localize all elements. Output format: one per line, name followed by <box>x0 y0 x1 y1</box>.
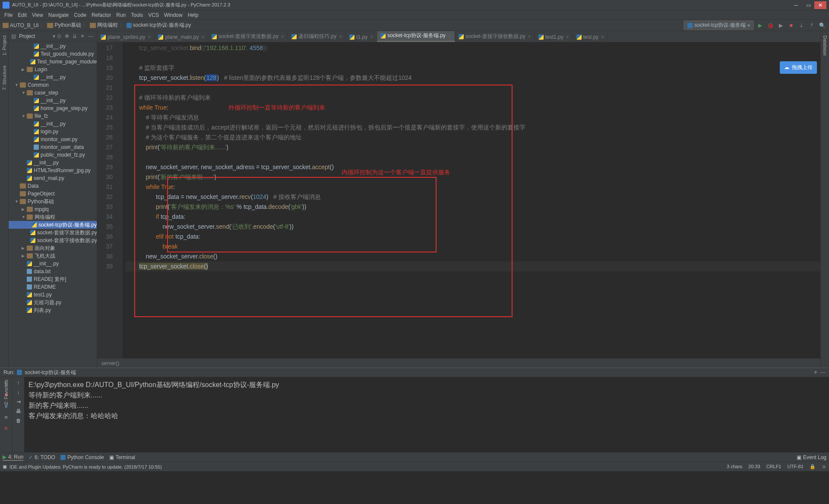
bc-folder[interactable]: Python基础 <box>47 22 81 29</box>
tree-file[interactable]: __init__.py <box>9 97 97 104</box>
close-button[interactable]: ✕ <box>814 1 826 9</box>
tree-file[interactable]: send_mail.py <box>9 174 97 182</box>
close-tab-icon[interactable]: × <box>601 34 604 40</box>
maximize-button[interactable]: ▭ <box>802 1 814 9</box>
tree-file[interactable]: monitor_user.py <box>9 135 97 143</box>
editor-tab[interactable]: 递归编程技巧.py× <box>288 31 346 42</box>
tree-folder[interactable]: ▶面向对象 <box>9 244 97 252</box>
tree-file[interactable]: test1.py <box>9 291 97 299</box>
menu-code[interactable]: Code <box>71 12 89 18</box>
tree-folder[interactable]: ▶飞机大战 <box>9 252 97 260</box>
project-tool-tab[interactable]: 1: Project <box>2 33 7 58</box>
hide-icon[interactable]: — <box>820 369 826 375</box>
menu-run[interactable]: Run <box>114 12 128 18</box>
menu-refactor[interactable]: Refactor <box>89 12 114 18</box>
bc-folder[interactable]: 网络编程 <box>90 22 118 29</box>
print-button[interactable]: 🖶 <box>16 408 21 414</box>
collapse-all-icon[interactable]: ⇊ <box>73 33 79 39</box>
tree-file[interactable]: Test_home_page_module.py <box>9 58 97 66</box>
tree-file[interactable]: __init__.py <box>9 260 97 268</box>
code-editor[interactable]: 1718192021222324252627282930313233343536… <box>97 42 829 358</box>
run-config-selector[interactable]: socket-tcp协议-服务端 ▾ <box>683 20 754 30</box>
structure-tool-tab[interactable]: 7: Structure <box>2 63 7 93</box>
tree-folder[interactable]: ▼case_step <box>9 89 97 97</box>
stop-button[interactable]: ■ <box>787 21 795 30</box>
search-button[interactable]: 🔍 <box>818 21 826 30</box>
clear-button[interactable]: 🗑 <box>16 418 21 424</box>
tree-file[interactable]: 元祖习题.py <box>9 299 97 306</box>
eventlog-tab[interactable]: ▣Event Log <box>797 454 826 460</box>
menu-file[interactable]: File <box>2 12 15 18</box>
exit-button[interactable]: ⤫ <box>2 413 10 421</box>
tree-folder[interactable]: ▶Login <box>9 66 97 73</box>
editor-tab[interactable]: socket-套接字发送数据.py× <box>208 31 288 42</box>
close-tab-icon[interactable]: × <box>281 34 284 40</box>
upload-badge[interactable]: ☁ 拖拽上传 <box>780 61 817 74</box>
tree-folder[interactable]: ▼Common <box>9 81 97 89</box>
menu-view[interactable]: View <box>29 12 46 18</box>
tree-file[interactable]: socket-套接字接收数据.py <box>9 236 97 244</box>
tree-folder[interactable]: Data <box>9 182 97 190</box>
tree-file[interactable]: home_page_step.py <box>9 104 97 112</box>
project-tree[interactable]: __init__.pyTest_goods_module.pyTest_home… <box>9 41 97 368</box>
tree-file[interactable]: data.txt <box>9 268 97 275</box>
close-tab-icon[interactable]: × <box>566 34 569 40</box>
tree-folder[interactable]: ▼Python基础 <box>9 198 97 205</box>
locate-icon[interactable]: ✥ <box>65 33 71 39</box>
run-button[interactable]: ▶ <box>756 21 764 30</box>
menu-edit[interactable]: Edit <box>15 12 29 18</box>
code-body[interactable]: tcp_server_socket.bind(('192.168.1.110',… <box>122 42 829 358</box>
coverage-button[interactable]: ▶ <box>776 21 785 30</box>
tree-folder[interactable]: ▼file_fz <box>9 112 97 120</box>
tree-file[interactable]: READE[ 复件] <box>9 275 97 283</box>
up-button[interactable]: ↑ <box>17 380 20 386</box>
terminal-tab[interactable]: ▣Terminal <box>109 454 135 460</box>
tree-file[interactable]: __init__.py <box>9 120 97 128</box>
hide-icon[interactable]: — <box>88 33 94 39</box>
debug-button[interactable]: 🐞 <box>766 21 775 30</box>
hector-icon[interactable]: ☺ <box>822 464 826 469</box>
down-button[interactable]: ↓ <box>17 389 20 395</box>
vcs-button[interactable]: ⇣ <box>797 21 806 30</box>
tree-file[interactable]: __init__.py <box>9 42 97 50</box>
editor-tab[interactable]: test1.py× <box>535 32 573 42</box>
menu-window[interactable]: Window <box>161 12 185 18</box>
menu-help[interactable]: Help <box>185 12 201 18</box>
editor-tab[interactable]: test.py× <box>573 32 608 42</box>
lock-icon[interactable]: 🔒 <box>810 464 816 469</box>
menu-tools[interactable]: Tools <box>128 12 146 18</box>
status-encoding[interactable]: UTF-8‡ <box>787 464 803 469</box>
database-tool-tab[interactable]: Database <box>823 33 828 58</box>
menu-vcs[interactable]: VCS <box>146 12 161 18</box>
close-tab-icon[interactable]: × <box>370 34 373 40</box>
tree-file[interactable]: HTMLTestRunner_jpg.py <box>9 167 97 174</box>
collapse-icon[interactable]: ⊙ <box>57 33 63 39</box>
pyconsole-tab[interactable]: Python Console <box>60 454 104 460</box>
gear-icon[interactable]: ✶ <box>80 33 86 39</box>
editor-tab[interactable]: plane_main.py× <box>155 32 208 42</box>
wrap-button[interactable]: ⇥ <box>16 399 21 405</box>
tree-file[interactable]: login.py <box>9 128 97 135</box>
favorites-tool-tab[interactable]: 2: Favorites <box>0 380 9 404</box>
editor-tab[interactable]: socket-tcp协议-服务端.py× <box>377 31 455 42</box>
minimize-button[interactable]: ─ <box>790 1 802 9</box>
todo-tab[interactable]: ✓6: TODO <box>28 454 55 460</box>
tree-folder[interactable]: ▼网络编程 <box>9 213 97 221</box>
bc-project[interactable]: AUTO_B_UI <box>3 22 38 28</box>
close-tab-icon[interactable]: × <box>339 34 342 40</box>
run-tab[interactable]: ▶4: Run <box>3 454 23 461</box>
collapse-icon[interactable]: ▣ <box>3 464 7 469</box>
close-tab-icon[interactable]: × <box>528 34 531 40</box>
close-tab-icon[interactable]: × <box>201 34 204 40</box>
close-tab-icon[interactable]: × <box>148 34 151 40</box>
vcs-push-button[interactable]: ⇡ <box>807 21 816 30</box>
gear-icon[interactable]: ✶ <box>813 369 818 375</box>
close-tab-icon[interactable]: × <box>448 33 451 39</box>
tree-file[interactable]: public_model_fz.py <box>9 151 97 159</box>
editor-tab[interactable]: socket-套接字接收数据.py× <box>455 31 535 42</box>
tree-file[interactable]: README <box>9 283 97 291</box>
editor-tab[interactable]: plane_sprites.py× <box>97 32 155 42</box>
editor-tab[interactable]: t1.py× <box>346 32 377 42</box>
tree-file[interactable]: __init__.py <box>9 159 97 167</box>
tree-folder[interactable]: PageObject <box>9 190 97 198</box>
